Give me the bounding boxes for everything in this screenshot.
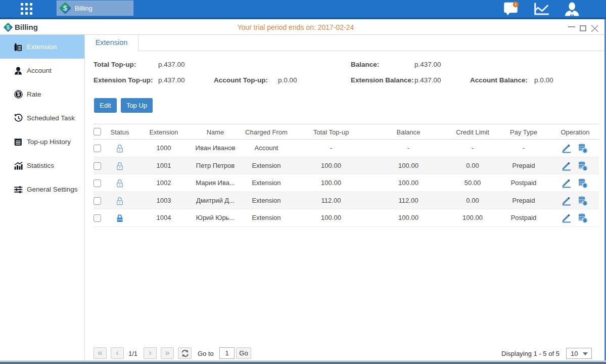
svg-text:$: $ xyxy=(584,201,586,206)
svg-text:$: $ xyxy=(584,218,586,223)
svg-text:!: ! xyxy=(515,2,517,7)
svg-text:$: $ xyxy=(584,165,586,170)
svg-text:$: $ xyxy=(7,24,10,30)
svg-text:$: $ xyxy=(584,148,586,153)
svg-text:$: $ xyxy=(63,4,68,12)
svg-text:$: $ xyxy=(584,183,586,188)
svg-text:$: $ xyxy=(17,92,20,97)
